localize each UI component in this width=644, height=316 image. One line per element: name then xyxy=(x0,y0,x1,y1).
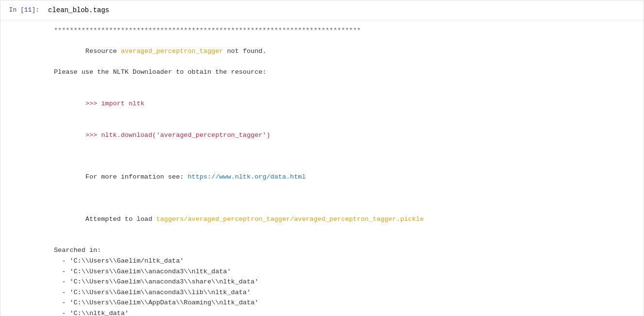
search-path-2: - 'C:\\Users\\Gaelim\\anaconda3\\nltk_da… xyxy=(54,266,644,277)
resource-not-found-line: Resource averaged_perceptron_tagger not … xyxy=(54,36,644,67)
output-block: ****************************************… xyxy=(54,25,644,316)
stars-line: ****************************************… xyxy=(54,25,644,36)
search-path-4: - 'C:\\Users\\Gaelim\\anaconda3\\lib\\nl… xyxy=(54,287,644,298)
search-path-3: - 'C:\\Users\\Gaelim\\anaconda3\\share\\… xyxy=(54,277,644,287)
import-code: import nltk xyxy=(101,100,144,107)
info-line: For more information see: https://www.nl… xyxy=(54,162,644,193)
searched-header: Searched in: xyxy=(54,245,644,256)
attempted-prefix: Attempted to load xyxy=(85,216,156,223)
cell-code[interactable]: clean_blob.tags xyxy=(44,4,113,16)
import-prefix: >>> xyxy=(85,100,101,107)
please-line: Please use the NLTK Downloader to obtain… xyxy=(54,67,644,78)
blank3 xyxy=(54,193,644,204)
cell-label: In [11]: xyxy=(0,4,44,16)
notebook-cell: In [11]: clean_blob.tags ***************… xyxy=(0,0,644,316)
blank1 xyxy=(54,78,644,88)
info-prefix: For more information see: xyxy=(85,173,188,181)
info-link[interactable]: https://www.nltk.org/data.html xyxy=(187,173,305,181)
cell-output: ****************************************… xyxy=(0,20,644,316)
download-code: nltk.download('averaged_perceptron_tagge… xyxy=(101,132,270,139)
attempted-line: Attempted to load taggers/averaged_perce… xyxy=(54,203,644,235)
import-line: >>> import nltk xyxy=(54,88,644,120)
download-prefix: >>> xyxy=(85,132,101,139)
resource-name: averaged_perceptron_tagger xyxy=(121,48,223,55)
search-path-5: - 'C:\\Users\\Gaelim\\AppData\\Roaming\\… xyxy=(54,298,644,308)
resource-prefix: Resource xyxy=(85,48,121,55)
blank4 xyxy=(54,235,644,246)
search-path-1: - 'C:\\Users\\Gaelim/nltk_data' xyxy=(54,256,644,266)
search-path-6: - 'C:\\nltk_data' xyxy=(54,308,644,316)
resource-suffix: not found. xyxy=(223,48,266,55)
blank2 xyxy=(54,151,644,162)
cell-input[interactable]: In [11]: clean_blob.tags xyxy=(0,0,644,20)
attempted-path: taggers/averaged_perceptron_tagger/avera… xyxy=(156,216,424,223)
download-line: >>> nltk.download('averaged_perceptron_t… xyxy=(54,119,644,151)
